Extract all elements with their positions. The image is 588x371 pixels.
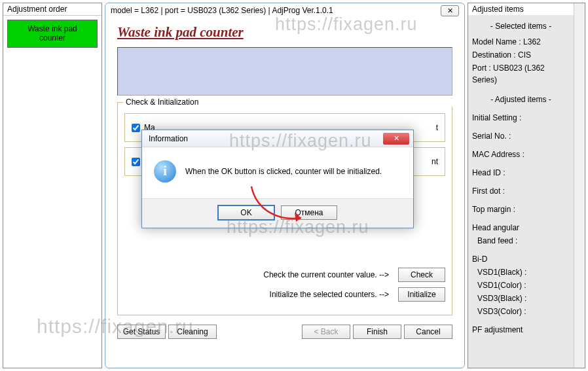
check-hint: Check the current counter value. --> — [263, 270, 389, 279]
dialog-ok-button[interactable]: OK — [218, 205, 274, 220]
adjusted-item-line: Serial No. : — [472, 130, 570, 142]
adjusted-item-line: Band feed : — [472, 235, 570, 247]
dialog-title: Information — [149, 134, 383, 143]
adjusted-items-heading: - Adjusted items - — [472, 94, 570, 105]
info-model-name: Model Name : L362 — [472, 36, 570, 48]
initialize-hint: Initialize the selected counters. --> — [270, 290, 389, 299]
adjustment-order-panel: Adjustment order Waste ink pad counter — [3, 3, 102, 368]
adjusted-items-panel: Adjusted items - Selected items - Model … — [468, 3, 585, 368]
adjusted-item-line: VSD3(Black) : — [472, 292, 570, 304]
output-textarea[interactable] — [117, 47, 452, 96]
check-button[interactable]: Check — [398, 268, 445, 282]
checkbox-platen-pad[interactable] — [132, 158, 140, 166]
information-icon — [154, 160, 176, 183]
adjusted-item-line: Head angular — [472, 222, 570, 234]
selected-items-heading: - Selected items - — [472, 20, 570, 32]
window-title: model = L362 | port = USB023 (L362 Serie… — [111, 6, 437, 15]
adjusted-item-line: First dot : — [472, 185, 570, 197]
adjusted-item-line: Head ID : — [472, 167, 570, 179]
adjusted-item-line: Bi-D — [472, 253, 570, 265]
adjusted-item-line: Initial Setting : — [472, 112, 570, 124]
cancel-button[interactable]: Cancel — [404, 325, 452, 339]
fieldset-legend: Check & Initialization — [123, 97, 457, 107]
adjusted-item-line: Top margin : — [472, 203, 570, 215]
finish-button[interactable]: Finish — [353, 325, 401, 339]
scrollbar[interactable] — [574, 3, 585, 368]
cleaning-button[interactable]: Cleaning — [168, 325, 217, 339]
dialog-message: When the OK button is clicked, counter w… — [185, 167, 382, 176]
adjusted-item-line: VSD1(Color) : — [472, 279, 570, 291]
page-title: Waste ink pad counter — [117, 24, 452, 41]
label-main-pad-right: t — [436, 123, 438, 132]
info-port: Port : USB023 (L362 Series) — [472, 62, 570, 86]
back-button[interactable]: < Back — [302, 325, 350, 339]
info-destination: Destination : CIS — [472, 49, 570, 61]
dialog-cancel-button[interactable]: Отмена — [281, 205, 337, 220]
information-dialog: Information ✕ When the OK button is clic… — [141, 130, 414, 228]
dialog-close-icon[interactable]: ✕ — [383, 133, 409, 145]
adjusted-items-header: Adjusted items — [468, 3, 574, 15]
adjusted-item-line: VSD3(Color) : — [472, 306, 570, 317]
sidebar-item-waste-ink-pad-counter[interactable]: Waste ink pad counter — [7, 20, 98, 48]
adjusted-item-line: VSD1(Black) : — [472, 266, 570, 278]
checkbox-main-pad[interactable] — [132, 124, 140, 132]
adjusted-items-list: - Selected items - Model Name : L362 Des… — [468, 15, 574, 368]
adjusted-item-line: MAC Address : — [472, 149, 570, 160]
get-status-button[interactable]: Get Status — [117, 325, 166, 339]
adjustment-order-header: Adjustment order — [3, 3, 101, 16]
adjusted-item-line: PF adjustment — [472, 324, 570, 336]
initialize-button[interactable]: Initialize — [398, 287, 445, 302]
label-platen-pad-right: nt — [432, 157, 438, 166]
close-button[interactable]: ✕ — [441, 5, 459, 16]
